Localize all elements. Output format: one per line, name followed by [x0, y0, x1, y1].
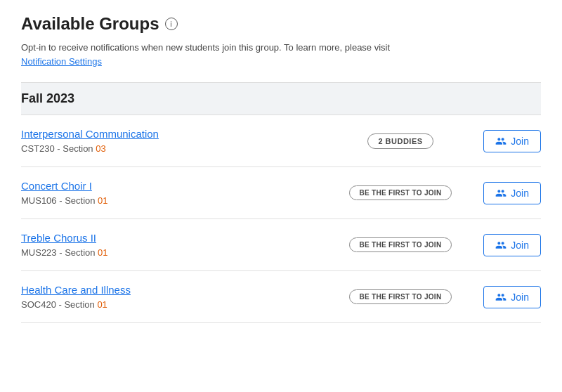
section-number: 01	[97, 299, 107, 310]
join-area: Join	[471, 130, 541, 152]
group-meta: CST230 - Section 03	[21, 143, 106, 154]
section-number: 03	[96, 143, 105, 154]
table-row: Concert Choir I MUS106 - Section 01 Be t…	[21, 167, 541, 219]
join-label: Join	[511, 136, 529, 147]
join-area: Join	[471, 182, 541, 204]
join-label: Join	[511, 188, 529, 199]
join-label: Join	[511, 292, 529, 303]
status-badge: Be the first to join	[349, 289, 452, 304]
badge-area: 2 BUDDIES	[337, 133, 464, 149]
table-row: Interpersonal Communication CST230 - Sec…	[21, 115, 541, 167]
person-icon	[495, 240, 507, 251]
table-row: Treble Chorus II MUS223 - Section 01 Be …	[21, 219, 541, 271]
group-name-link[interactable]: Treble Chorus II	[21, 232, 330, 244]
join-button[interactable]: Join	[483, 182, 541, 204]
group-list: Interpersonal Communication CST230 - Sec…	[21, 115, 541, 323]
section-number: 01	[98, 195, 107, 206]
join-area: Join	[471, 286, 541, 308]
group-meta: MUS106 - Section 01	[21, 195, 108, 206]
section-number: 01	[98, 247, 107, 258]
badge-area: Be the first to join	[337, 185, 464, 200]
join-button[interactable]: Join	[483, 130, 541, 152]
semester-header: Fall 2023	[21, 82, 541, 115]
group-info: Treble Chorus II MUS223 - Section 01	[21, 232, 330, 258]
group-info: Health Care and Illness SOC420 - Section…	[21, 284, 330, 310]
status-badge: Be the first to join	[349, 185, 452, 200]
status-badge: Be the first to join	[349, 237, 452, 252]
group-meta: SOC420 - Section 01	[21, 299, 107, 310]
group-meta: MUS223 - Section 01	[21, 247, 108, 258]
page-header: Available Groups i	[21, 14, 541, 34]
join-button[interactable]: Join	[483, 234, 541, 256]
group-name-link[interactable]: Health Care and Illness	[21, 284, 330, 296]
page-container: Available Groups i Opt-in to receive not…	[0, 0, 562, 337]
page-title: Available Groups	[21, 14, 159, 34]
group-name-link[interactable]: Interpersonal Communication	[21, 128, 330, 140]
info-icon[interactable]: i	[165, 18, 178, 30]
person-icon	[495, 136, 507, 147]
group-info: Interpersonal Communication CST230 - Sec…	[21, 128, 330, 154]
group-info: Concert Choir I MUS106 - Section 01	[21, 180, 330, 206]
semester-title: Fall 2023	[21, 91, 74, 105]
subtitle-text: Opt-in to receive notifications when new…	[21, 41, 541, 68]
join-button[interactable]: Join	[483, 286, 541, 308]
person-icon	[495, 292, 507, 303]
join-area: Join	[471, 234, 541, 256]
badge-area: Be the first to join	[337, 237, 464, 252]
notification-settings-link[interactable]: Notification Settings	[21, 56, 102, 67]
group-name-link[interactable]: Concert Choir I	[21, 180, 330, 192]
table-row: Health Care and Illness SOC420 - Section…	[21, 271, 541, 323]
badge-area: Be the first to join	[337, 289, 464, 304]
join-label: Join	[511, 240, 529, 251]
person-icon	[495, 188, 507, 199]
status-badge: 2 BUDDIES	[367, 133, 433, 149]
